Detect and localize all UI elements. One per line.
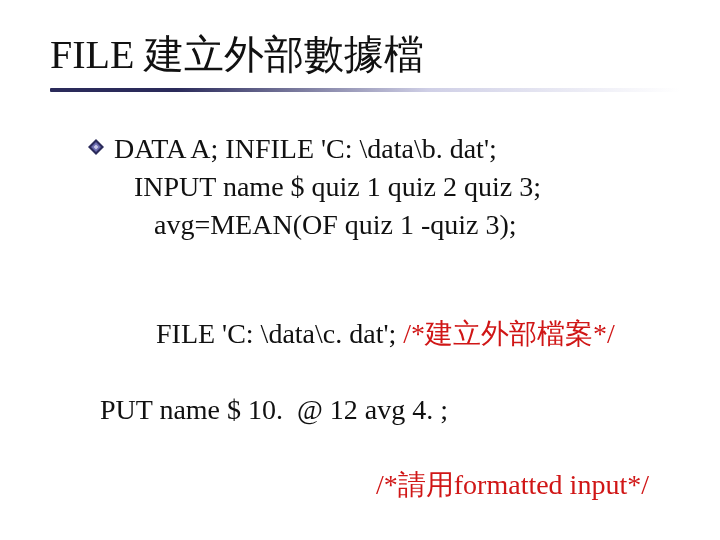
code-line: avg=MEAN(OF quiz 1 -quiz 3); xyxy=(114,206,541,244)
title-underline xyxy=(50,88,680,92)
slide-body: DATA A; INFILE 'C: \data\b. dat'; INPUT … xyxy=(88,130,690,540)
title-area: FILE 建立外部數據檔 xyxy=(50,32,680,92)
block1: DATA A; INFILE 'C: \data\b. dat'; INPUT … xyxy=(114,130,541,243)
code-comment: /*請用formatted input*/ xyxy=(376,469,649,500)
slide-title: FILE 建立外部數據檔 xyxy=(50,32,680,78)
bullet-item-1: DATA A; INFILE 'C: \data\b. dat'; INPUT … xyxy=(88,130,690,243)
blank-line xyxy=(88,243,690,277)
code-line: /*請用formatted input*/ xyxy=(100,429,690,540)
slide: FILE 建立外部數據檔 DATA A; INFILE 'C: \data\b.… xyxy=(0,0,720,540)
code-line: FILE 'C: \data\c. dat'; /*建立外部檔案*/ xyxy=(100,277,690,390)
code-line: PUT name $ 10. @ 12 avg 4. ; xyxy=(100,391,690,429)
block2: FILE 'C: \data\c. dat'; /*建立外部檔案*/ PUT n… xyxy=(88,277,690,540)
code-line: DATA A; INFILE 'C: \data\b. dat'; xyxy=(114,130,541,168)
code-line: INPUT name $ quiz 1 quiz 2 quiz 3; xyxy=(114,168,541,206)
file-statement: FILE 'C: \data\c. dat'; xyxy=(156,318,403,349)
diamond-bullet-icon xyxy=(88,139,104,155)
code-comment: /*建立外部檔案*/ xyxy=(403,318,615,349)
